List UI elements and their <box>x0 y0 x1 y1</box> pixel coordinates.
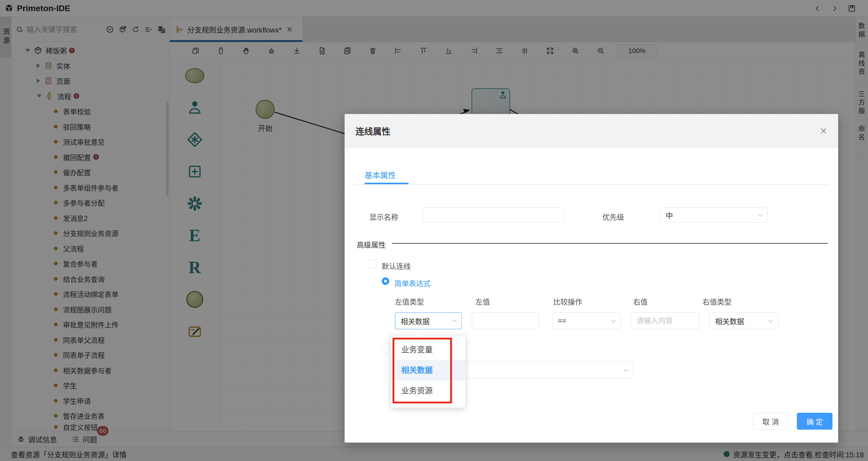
chevron-down-icon <box>623 367 628 372</box>
chevron-down-icon <box>769 318 773 322</box>
complex-expression-radio[interactable] <box>382 346 389 354</box>
option-related-data[interactable]: 相关数据 <box>391 360 465 380</box>
left-type-select[interactable]: 相关数据 <box>395 312 462 329</box>
chevron-up-icon <box>452 319 457 324</box>
advanced-divider <box>392 243 828 244</box>
display-name-label: 显示名称 <box>369 211 398 222</box>
operator-select[interactable]: == <box>552 312 621 329</box>
dialog-header: 连线属性 ✕ <box>345 114 838 148</box>
left-type-col-label: 左值类型 <box>395 296 424 307</box>
left-type-dropdown: 业务变量 相关数据 业务资源 <box>391 336 466 408</box>
right-value-col-label: 右值 <box>633 296 648 307</box>
dialog-title: 连线属性 <box>355 125 391 137</box>
default-line-label: 默认连线 <box>382 260 411 271</box>
simple-expression-radio[interactable] <box>382 277 389 285</box>
right-type-col-label: 右值类型 <box>703 296 732 307</box>
app-window: Primeton-IDE 资源 AI En文 稀饭 <box>0 0 868 461</box>
tabs-divider <box>354 184 828 185</box>
display-name-input[interactable] <box>423 208 564 222</box>
priority-label: 优先级 <box>602 211 624 222</box>
advanced-section-label: 高级属性 <box>356 239 385 250</box>
right-value-input[interactable] <box>631 312 700 329</box>
chevron-down-icon <box>758 212 763 217</box>
option-business-resource[interactable]: 业务资源 <box>391 380 465 401</box>
confirm-button[interactable]: 确 定 <box>797 413 832 430</box>
chevron-down-icon <box>611 318 616 322</box>
dialog-close-icon[interactable]: ✕ <box>820 126 827 136</box>
priority-select[interactable]: 中 <box>660 208 768 222</box>
left-value-input[interactable] <box>472 312 539 329</box>
default-line-checkbox[interactable] <box>368 260 377 268</box>
right-type-select[interactable]: 相关数据 <box>709 312 778 329</box>
operator-col-label: 比较操作 <box>553 296 582 307</box>
left-value-col-label: 左值 <box>475 296 490 307</box>
option-business-variable[interactable]: 业务变量 <box>391 339 465 360</box>
cancel-button[interactable]: 取 消 <box>753 413 788 430</box>
simple-expression-label: 简单表达式 <box>394 278 431 288</box>
tab-basic-properties[interactable]: 基本属性 <box>365 169 396 180</box>
